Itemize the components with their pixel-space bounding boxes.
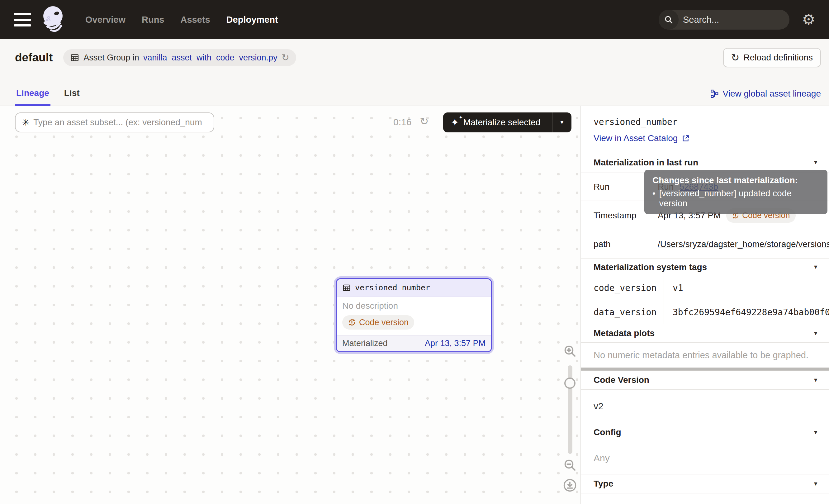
code-version-value: v1 [664, 283, 829, 293]
table-row-path: path /Users/sryza/dagster_home/storage/v… [581, 230, 829, 258]
tab-bar: Lineage List View global asset lineage [15, 88, 821, 106]
chevron-down-icon: ▼ [813, 159, 819, 166]
code-version-changed-icon [348, 318, 356, 326]
nav-link-assets[interactable]: Assets [180, 15, 210, 25]
row-key: Run [581, 173, 649, 201]
materialized-status-label: Materialized [342, 338, 388, 348]
tab-list[interactable]: List [63, 88, 81, 106]
nav-links: Overview Runs Assets Deployment [85, 15, 278, 25]
view-global-asset-lineage-link[interactable]: View global asset lineage [710, 89, 821, 106]
materialize-dropdown-caret[interactable]: ▼ [552, 112, 572, 132]
page-title: default [15, 51, 52, 64]
section-type[interactable]: Type ▼ [581, 474, 829, 494]
table-icon [70, 53, 79, 62]
asset-subset-input-box[interactable]: ✳ [15, 112, 214, 132]
tooltip-title: Changes since last materialization: [652, 175, 819, 185]
chevron-down-icon: ▼ [813, 377, 819, 384]
zoom-controls [562, 344, 578, 493]
top-nav: Overview Runs Assets Deployment / ⚙ [0, 0, 829, 39]
reload-definitions-button[interactable]: ↻ Reload definitions [723, 48, 821, 67]
asset-sidebar-panel: versioned_number View in Asset Catalog M… [580, 106, 829, 504]
row-key: Timestamp [581, 201, 649, 230]
section-metadata-plots[interactable]: Metadata plots ▼ [581, 324, 829, 343]
sparkle-icon: ✦✦ [450, 117, 459, 128]
asset-node-header: versioned_number [337, 279, 491, 296]
chevron-down-icon: ▼ [813, 481, 819, 487]
code-version-tag[interactable]: Code version [342, 315, 414, 330]
nav-link-overview[interactable]: Overview [85, 15, 125, 25]
panel-asset-title: versioned_number [593, 117, 829, 127]
asset-group-prefix: Asset Group in [83, 53, 139, 63]
section-config[interactable]: Config ▼ [581, 423, 829, 442]
zoom-slider-track[interactable] [568, 365, 572, 454]
section-materialization-system-tags[interactable]: Materialization system tags ▼ [581, 258, 829, 276]
page-header: default Asset Group in vanilla_asset_wit… [0, 39, 829, 106]
zoom-in-icon[interactable] [563, 344, 577, 359]
menu-icon[interactable] [14, 13, 31, 27]
asset-node-name: versioned_number [355, 283, 430, 292]
asset-group-file-link[interactable]: vanilla_asset_with_code_version.py [143, 53, 278, 63]
chevron-down-icon: ▼ [813, 429, 819, 436]
refresh-icon[interactable]: ↻ [282, 53, 289, 62]
asset-node-description: No description [342, 301, 485, 311]
changes-tooltip: Changes since last materialization: • [v… [644, 170, 827, 214]
tooltip-item-text: [versioned_number] updated code version [659, 188, 819, 208]
search-box[interactable]: / [659, 10, 789, 30]
table-row-data-version: data_version 3bfc269594ef649228e9a74bab0… [581, 300, 829, 324]
config-value: Any [581, 442, 829, 474]
refresh-icon[interactable]: ↻ [420, 115, 429, 128]
path-value-link[interactable]: /Users/sryza/dagster_home/storage/versio… [658, 239, 829, 249]
row-key: code_version [581, 276, 664, 300]
refresh-timer: 0:16 [393, 117, 411, 128]
zoom-slider-thumb[interactable] [564, 377, 576, 389]
view-in-asset-catalog-link[interactable]: View in Asset Catalog [593, 133, 829, 143]
asset-subset-input[interactable] [33, 117, 214, 128]
section-code-version[interactable]: Code Version ▼ [581, 371, 829, 390]
asset-group-pill: Asset Group in vanilla_asset_with_code_v… [63, 49, 296, 66]
external-link-icon [681, 134, 690, 143]
table-row-code-version: code_version v1 [581, 276, 829, 300]
data-version-value: 3bfc269594ef649228e9a74bab00f04 [664, 307, 829, 317]
tab-lineage[interactable]: Lineage [15, 88, 50, 106]
row-key: path [581, 230, 649, 258]
metadata-plots-empty-message: No numeric metadata entries available to… [581, 343, 829, 367]
tooltip-bullet: • [652, 188, 655, 208]
row-key: data_version [581, 300, 664, 324]
asset-node-versioned-number[interactable]: versioned_number No description Code ver… [336, 278, 492, 352]
search-icon [659, 10, 679, 30]
code-version-definition-value: v2 [581, 390, 829, 423]
table-icon [342, 284, 351, 292]
nav-link-runs[interactable]: Runs [142, 15, 165, 25]
lineage-graph-icon [710, 89, 719, 99]
nav-link-deployment[interactable]: Deployment [226, 15, 278, 25]
materialize-selected-button[interactable]: ✦✦ Materialize selected ▼ [443, 112, 572, 132]
reload-icon: ↻ [731, 52, 740, 63]
lineage-graph-canvas[interactable]: ✳ 0:16 ↻ ✦✦ Materialize selected ▼ [0, 106, 580, 504]
asset-node-footer: Materialized Apr 13, 3:57 PM [337, 335, 491, 351]
panel-splitter-handle[interactable] [581, 367, 829, 371]
gear-icon[interactable]: ⚙ [802, 12, 815, 27]
download-view-icon[interactable] [563, 478, 577, 493]
materialized-time-link[interactable]: Apr 13, 3:57 PM [425, 338, 485, 348]
chevron-down-icon: ▼ [813, 330, 819, 337]
asset-selector-icon: ✳ [22, 118, 30, 127]
search-input[interactable] [679, 15, 789, 25]
chevron-down-icon: ▼ [813, 264, 819, 271]
dagster-logo[interactable] [39, 4, 68, 35]
zoom-out-icon[interactable] [563, 458, 577, 472]
